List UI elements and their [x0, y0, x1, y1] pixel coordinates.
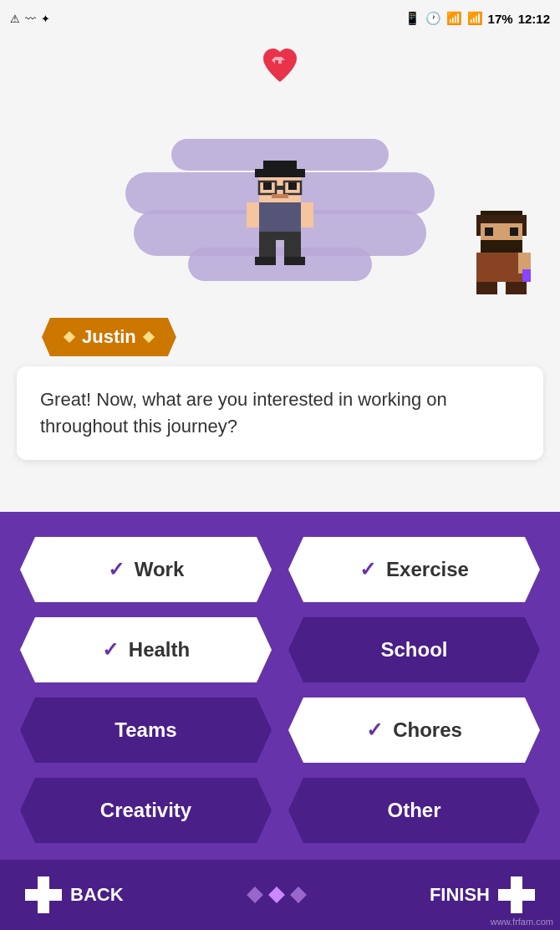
- svg-rect-26: [476, 282, 497, 294]
- target-icon: ✦: [41, 13, 50, 25]
- svg-rect-22: [481, 240, 522, 253]
- speech-bubble: Great! Now, what are you interested in w…: [17, 366, 543, 460]
- svg-rect-20: [485, 227, 493, 236]
- nav-dots: [249, 889, 304, 901]
- creativity-label: Creativity: [100, 799, 191, 822]
- health-checkmark: ✓: [102, 638, 119, 662]
- categories-grid: ✓ Work ✓ Exercise ✓ Health ✓ School ✓ Te…: [20, 537, 540, 843]
- player-character-sprite: [242, 161, 318, 269]
- svg-rect-13: [255, 257, 276, 265]
- svg-rect-27: [506, 282, 527, 294]
- badge-diamond-left: [64, 331, 75, 343]
- finish-button[interactable]: FINISH: [430, 876, 535, 913]
- work-checkmark: ✓: [108, 558, 125, 581]
- svg-rect-16: [301, 202, 313, 227]
- svg-rect-3: [263, 181, 272, 190]
- health-label: Health: [129, 638, 190, 662]
- signal-icon: 📶: [467, 11, 483, 26]
- clock-icon: 🕐: [425, 11, 441, 26]
- main-character: [242, 161, 318, 273]
- category-other-button[interactable]: ✓ Other: [288, 778, 540, 843]
- svg-rect-10: [259, 232, 301, 240]
- finish-label: FINISH: [430, 884, 490, 906]
- svg-rect-9: [259, 202, 301, 236]
- watermark: www.frfam.com: [491, 917, 553, 927]
- npc-name: Justin: [82, 326, 136, 348]
- category-school-button[interactable]: ✓ School: [288, 617, 540, 682]
- npc-sprite: [468, 211, 535, 294]
- chores-checkmark: ✓: [366, 718, 383, 742]
- nav-dot-2: [268, 887, 285, 903]
- work-label: Work: [135, 558, 185, 581]
- wifi-icon: 📶: [446, 11, 462, 26]
- nav-dot-3: [290, 887, 307, 903]
- svg-rect-14: [284, 257, 305, 265]
- category-health-button[interactable]: ✓ Health: [20, 617, 272, 682]
- category-teams-button[interactable]: ✓ Teams: [20, 698, 272, 763]
- school-label: School: [380, 638, 447, 662]
- other-label: Other: [387, 799, 440, 822]
- heart-icon: [258, 45, 302, 89]
- nav-dot-1: [247, 887, 263, 903]
- speech-text: Great! Now, what are you interested in w…: [40, 386, 520, 440]
- justin-badge: Justin: [42, 318, 176, 356]
- status-bar-right: 📱 🕐 📶 📶 17% 12:12: [405, 11, 550, 26]
- category-creativity-button[interactable]: ✓ Creativity: [20, 778, 272, 843]
- heart-icon-container: [258, 45, 302, 89]
- battery-level: 17%: [488, 12, 513, 26]
- wave-icon: 〰: [25, 13, 36, 25]
- svg-rect-17: [481, 211, 522, 215]
- bottom-nav: BACK FINISH: [0, 860, 560, 930]
- npc-character: [468, 211, 535, 298]
- top-section: Justin Great! Now, what are you interest…: [0, 37, 560, 522]
- svg-rect-1: [255, 169, 305, 177]
- category-exercise-button[interactable]: ✓ Exercise: [288, 537, 540, 602]
- svg-rect-21: [510, 227, 518, 236]
- svg-rect-0: [263, 161, 297, 169]
- phone-icon: 📱: [405, 11, 420, 26]
- chores-label: Chores: [393, 718, 462, 742]
- character-area: [0, 89, 560, 306]
- svg-rect-25: [522, 269, 531, 282]
- category-chores-button[interactable]: ✓ Chores: [288, 698, 540, 763]
- teams-label: Teams: [115, 718, 176, 742]
- exercise-label: Exercise: [386, 558, 469, 581]
- status-bar: ⚠ 〰 ✦ 📱 🕐 📶 📶 17% 12:12: [0, 0, 560, 37]
- svg-rect-7: [276, 186, 284, 190]
- category-work-button[interactable]: ✓ Work: [20, 537, 272, 602]
- svg-rect-4: [288, 181, 297, 190]
- bottom-section: ✓ Work ✓ Exercise ✓ Health ✓ School ✓ Te…: [0, 512, 560, 930]
- finish-icon: [498, 876, 535, 913]
- svg-rect-8: [272, 194, 288, 198]
- back-icon: [25, 876, 62, 913]
- alert-icon: ⚠: [10, 13, 20, 25]
- back-label: BACK: [70, 884, 124, 906]
- time-display: 12:12: [518, 12, 550, 26]
- exercise-checkmark: ✓: [359, 558, 376, 581]
- badge-diamond-right: [143, 331, 155, 343]
- status-bar-left: ⚠ 〰 ✦: [10, 13, 50, 25]
- svg-rect-15: [247, 202, 259, 227]
- back-button[interactable]: BACK: [25, 876, 124, 913]
